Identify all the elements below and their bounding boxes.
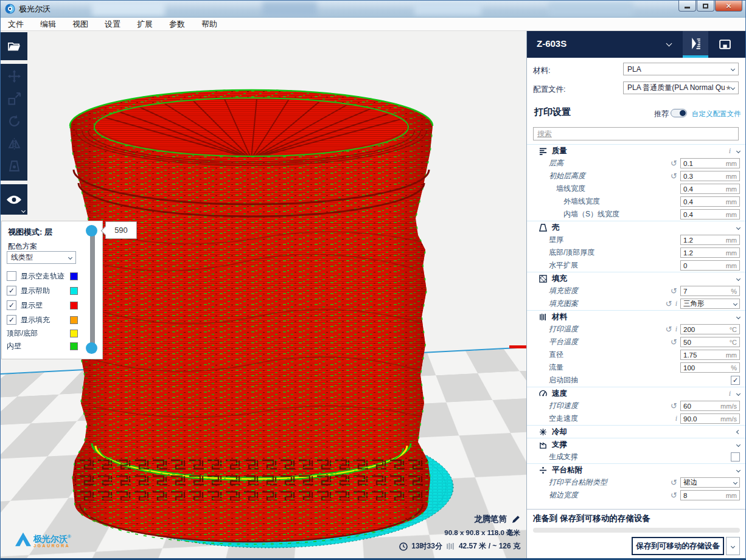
save-options-dropdown[interactable] <box>726 537 740 555</box>
legend-checkbox[interactable] <box>7 271 16 281</box>
chevron-down-icon[interactable] <box>666 41 672 47</box>
print-monitor-tab[interactable] <box>711 31 739 58</box>
recommended-toggle[interactable] <box>671 109 687 117</box>
setting-select[interactable]: 三角形 <box>680 299 740 309</box>
reset-setting-icon[interactable]: ↺ <box>671 491 677 499</box>
reset-setting-icon[interactable]: ↺ <box>671 402 677 410</box>
model-info: 龙腾笔筒 90.8 x 90.8 x 118.0 毫米 13时33分 42.57… <box>326 514 520 551</box>
setting-input[interactable]: 1.75mm <box>680 350 740 360</box>
setting-input[interactable]: 0.3mm <box>680 171 740 181</box>
reset-setting-icon[interactable]: ↺ <box>671 338 677 346</box>
reset-setting-icon[interactable]: ↺ <box>671 159 677 167</box>
section-header[interactable]: 材料 <box>527 310 746 323</box>
edit-pencil-icon[interactable] <box>512 515 520 524</box>
layer-slider-handle-bottom[interactable] <box>86 342 97 354</box>
view-mode-title: 视图模式: 层 <box>8 227 52 238</box>
minimize-button[interactable] <box>678 1 696 12</box>
menu-item[interactable]: 视图 <box>72 19 88 30</box>
menu-item[interactable]: 扩展 <box>137 19 153 30</box>
color-scheme-select[interactable]: 线类型 <box>7 251 76 264</box>
setting-input[interactable]: 8mm <box>680 490 740 500</box>
layer-slider-track[interactable] <box>90 231 95 347</box>
setting-unit: mm <box>726 237 737 244</box>
info-icon: i <box>729 147 731 156</box>
setting-input[interactable]: 0.4mm <box>680 209 740 220</box>
move-tool-icon[interactable] <box>8 70 21 83</box>
setting-input[interactable]: 60mm/s <box>680 401 740 411</box>
setting-input[interactable]: 1.2mm <box>680 235 740 245</box>
setting-row: 水平扩展0mm <box>527 259 746 272</box>
setting-input[interactable]: 7% <box>680 286 740 296</box>
legend-checkbox[interactable]: ✓ <box>7 315 16 325</box>
setting-checkbox[interactable] <box>731 452 740 461</box>
cooling-section-icon <box>539 428 547 436</box>
setting-value: 90.0 <box>683 415 697 423</box>
reset-setting-icon[interactable]: ↺ <box>671 172 677 180</box>
setting-label: 打印速度 <box>549 401 578 411</box>
menu-item[interactable]: 设置 <box>105 19 120 30</box>
layer-slider-handle-top[interactable] <box>86 225 97 237</box>
setting-value: 三角形 <box>683 299 705 308</box>
section-header[interactable]: 质量i <box>527 144 746 157</box>
menu-item[interactable]: 参数 <box>169 19 185 30</box>
setting-input[interactable]: 0mm <box>680 260 740 271</box>
chevron-down-icon <box>736 225 741 229</box>
reset-setting-icon[interactable]: ↺ <box>671 479 677 486</box>
setting-value: 0.1 <box>683 160 693 167</box>
setting-label: 裙边宽度 <box>549 490 578 500</box>
setting-input[interactable]: 100% <box>680 362 740 373</box>
section-header[interactable]: 平台粘附 <box>527 463 746 476</box>
setting-input[interactable]: 0.4mm <box>680 184 740 194</box>
scale-tool-icon[interactable] <box>8 92 21 105</box>
menu-item[interactable]: 文件 <box>8 19 24 30</box>
setting-input[interactable]: 50°C <box>680 337 740 347</box>
reset-setting-icon[interactable]: ↺ <box>666 300 672 308</box>
brand-logo: 极光尔沃® JGAURORA <box>15 532 71 548</box>
divider <box>527 509 746 510</box>
setting-unit: mm <box>726 262 737 269</box>
legend-checkbox[interactable]: ✓ <box>7 300 16 310</box>
close-button[interactable]: ✕ <box>715 1 742 12</box>
reset-setting-icon[interactable]: ↺ <box>671 287 677 295</box>
speed-section-icon <box>539 390 547 398</box>
setting-input[interactable]: 1.2mm <box>680 247 740 258</box>
per-model-settings-icon[interactable] <box>8 160 21 173</box>
reset-setting-icon[interactable]: ↺ <box>666 325 672 333</box>
slice-settings-tab[interactable] <box>683 31 708 58</box>
section-header[interactable]: 冷却 <box>527 425 746 438</box>
mirror-tool-icon[interactable] <box>8 137 21 150</box>
section-header[interactable]: 支撑 <box>527 438 746 451</box>
profile-select[interactable]: PLA 普通质量(PLA Normal Qua ★ <box>623 81 739 94</box>
color-scheme-label: 配色方案 <box>8 241 37 252</box>
setting-checkbox[interactable]: ✓ <box>731 376 740 385</box>
clock-icon <box>399 542 408 551</box>
setting-label: 墙线宽度 <box>556 184 585 194</box>
open-file-button[interactable] <box>1 32 27 60</box>
color-swatch <box>70 342 78 350</box>
setting-input[interactable]: 90.0mm/s <box>680 413 740 424</box>
maximize-button[interactable] <box>697 1 714 12</box>
setting-label: 生成支撑 <box>549 452 578 462</box>
setting-unit: mm <box>726 492 737 499</box>
settings-search-input[interactable] <box>533 127 739 140</box>
toggle-knob <box>680 110 686 116</box>
setting-input[interactable]: 200°C <box>680 324 740 334</box>
setting-select[interactable]: 裙边 <box>680 477 740 488</box>
section-header[interactable]: 速度i <box>527 387 746 399</box>
material-select[interactable]: PLA <box>623 63 739 75</box>
legend-checkbox[interactable]: ✓ <box>7 286 16 296</box>
setting-input[interactable]: 0.4mm <box>680 196 740 207</box>
menu-item[interactable]: 帮助 <box>201 19 217 30</box>
setting-input[interactable]: 0.1mm <box>680 158 740 168</box>
save-to-removable-button[interactable]: 保存到可移动的存储设备 <box>632 537 724 555</box>
section-header[interactable]: 填充 <box>527 272 746 285</box>
view-mode-button[interactable] <box>1 184 27 215</box>
rotate-tool-icon[interactable] <box>8 115 21 128</box>
setting-label: 水平扩展 <box>549 260 578 271</box>
setting-unit: % <box>731 288 737 295</box>
sliced-model-3d[interactable] <box>60 78 480 559</box>
section-header[interactable]: 壳 <box>527 221 746 233</box>
menu-item[interactable]: 编辑 <box>40 19 56 30</box>
machine-name[interactable]: Z-603S <box>537 38 566 49</box>
custom-profile-link[interactable]: 自定义配置文件 <box>692 109 741 119</box>
